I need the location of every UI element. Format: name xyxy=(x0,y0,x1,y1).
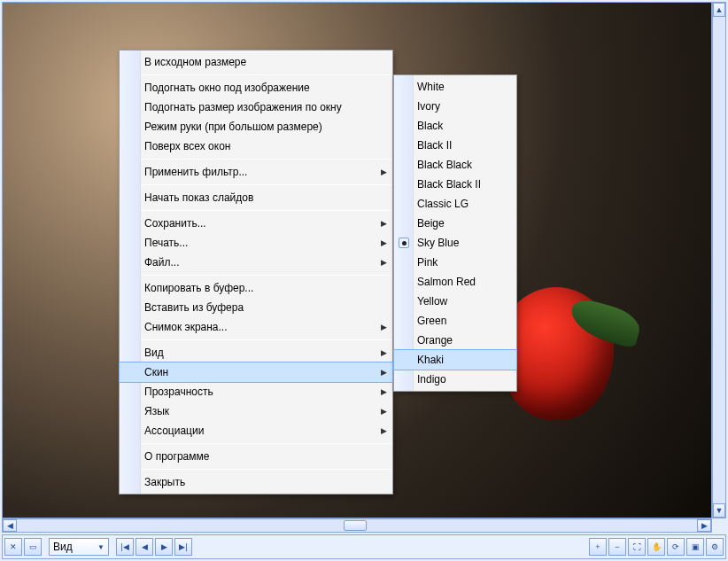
menu-item-label: О программе xyxy=(144,450,209,463)
menu-item[interactable]: Режим руки (при большом размере) xyxy=(120,117,392,136)
skin-option[interactable]: Ivory xyxy=(394,97,516,116)
skin-option-label: Black II xyxy=(417,139,452,152)
rotate-button[interactable]: ⟳ xyxy=(667,538,685,556)
skin-option[interactable]: Beige xyxy=(394,214,516,233)
skin-option-label: Khaki xyxy=(417,354,444,366)
skin-option-label: Indigo xyxy=(417,373,446,386)
mode-dropdown[interactable]: Вид ▼ xyxy=(49,538,109,556)
skin-option[interactable]: Classic LG xyxy=(394,194,516,214)
scroll-down-button[interactable]: ▼ xyxy=(713,503,725,518)
next-button[interactable]: ▶ xyxy=(155,538,173,556)
menu-item[interactable]: Вид▶ xyxy=(120,343,392,362)
menu-item[interactable]: Прозрачность▶ xyxy=(120,382,392,401)
submenu-arrow-icon: ▶ xyxy=(381,168,387,176)
submenu-arrow-icon: ▶ xyxy=(381,323,387,331)
skin-option-label: Pink xyxy=(417,256,438,269)
skin-submenu[interactable]: WhiteIvoryBlackBlack IIBlack BlackBlack … xyxy=(393,74,517,392)
menu-separator xyxy=(120,184,391,185)
skin-option[interactable]: Yellow xyxy=(394,292,516,311)
scroll-up-button[interactable]: ▲ xyxy=(713,3,725,17)
menu-item[interactable]: Скин▶ xyxy=(120,362,392,382)
menu-item[interactable]: В исходном размере xyxy=(120,52,392,72)
menu-separator xyxy=(120,275,391,276)
hscroll-track[interactable] xyxy=(17,519,697,532)
skin-option-label: Black xyxy=(417,120,443,132)
skin-option[interactable]: Orange xyxy=(394,331,516,350)
menu-item-label: Вставить из буфера xyxy=(144,301,244,314)
submenu-arrow-icon: ▶ xyxy=(381,387,387,396)
submenu-arrow-icon: ▶ xyxy=(381,407,387,416)
menu-item[interactable]: О программе xyxy=(120,447,392,466)
menu-item-label: Файл... xyxy=(144,256,180,269)
skin-option-label: Black Black xyxy=(417,159,472,171)
mode-label: Вид xyxy=(53,541,73,553)
skin-option[interactable]: Salmon Red xyxy=(394,272,516,292)
menu-item-label: Прозрачность xyxy=(144,386,213,398)
close-button[interactable]: ✕ xyxy=(4,538,22,556)
skin-option[interactable]: Black xyxy=(394,116,516,136)
menu-item-label: Печать... xyxy=(144,237,188,249)
scroll-right-button[interactable]: ▶ xyxy=(697,519,711,532)
skin-option[interactable]: Indigo xyxy=(394,370,516,389)
menu-item-label: Копировать в буфер... xyxy=(144,282,253,294)
window-button[interactable]: ▭ xyxy=(24,538,42,556)
skin-option[interactable]: White xyxy=(394,77,516,97)
menu-item[interactable]: Начать показ слайдов xyxy=(120,188,392,207)
menu-item-label: Язык xyxy=(144,405,169,417)
skin-option-label: Orange xyxy=(417,334,453,347)
skin-option-label: Green xyxy=(417,315,446,327)
settings-button[interactable]: ⚙ xyxy=(706,538,724,556)
menu-item[interactable]: Печать...▶ xyxy=(120,233,392,253)
menu-item[interactable]: Файл...▶ xyxy=(120,253,392,272)
menu-item[interactable]: Копировать в буфер... xyxy=(120,278,392,298)
menu-item-label: Подогнать размер изображения по окну xyxy=(144,101,342,113)
skin-option-label: Classic LG xyxy=(417,198,469,210)
horizontal-scrollbar[interactable]: ◀ ▶ xyxy=(2,518,712,533)
fullscreen-button[interactable]: ▣ xyxy=(686,538,704,556)
submenu-arrow-icon: ▶ xyxy=(381,238,387,247)
skin-option[interactable]: Black II xyxy=(394,136,516,155)
menu-item[interactable]: Поверх всех окон xyxy=(120,136,392,156)
menu-item[interactable]: Вставить из буфера xyxy=(120,298,392,317)
hscroll-thumb[interactable] xyxy=(344,520,367,531)
vertical-scrollbar[interactable]: ▲ ▼ xyxy=(712,2,726,518)
vscroll-track[interactable] xyxy=(713,17,725,503)
skin-option[interactable]: Khaki xyxy=(394,350,516,370)
skin-option-label: Yellow xyxy=(417,295,447,308)
menu-item[interactable]: Сохранить...▶ xyxy=(120,214,392,233)
menu-item-label: Вид xyxy=(144,347,164,359)
menu-separator xyxy=(120,469,391,470)
first-button[interactable]: |◀ xyxy=(116,538,134,556)
zoom-out-button[interactable]: − xyxy=(608,538,626,556)
skin-option-label: Ivory xyxy=(417,100,440,113)
menu-item-label: Скин xyxy=(144,366,168,378)
menu-item-label: Поверх всех окон xyxy=(144,140,230,152)
skin-option[interactable]: Black Black II xyxy=(394,175,516,194)
submenu-arrow-icon: ▶ xyxy=(381,219,387,228)
submenu-arrow-icon: ▶ xyxy=(381,258,387,267)
context-menu[interactable]: В исходном размереПодогнать окно под изо… xyxy=(119,50,393,495)
menu-item[interactable]: Подогнать размер изображения по окну xyxy=(120,97,392,117)
zoom-in-button[interactable]: + xyxy=(589,538,607,556)
last-button[interactable]: ▶| xyxy=(174,538,192,556)
skin-option[interactable]: Green xyxy=(394,311,516,331)
skin-option[interactable]: Pink xyxy=(394,253,516,272)
menu-item[interactable]: Применить фильтр...▶ xyxy=(120,162,392,182)
radio-selected-icon xyxy=(399,238,409,248)
prev-button[interactable]: ◀ xyxy=(136,538,153,556)
fit-button[interactable]: ⛶ xyxy=(628,538,646,556)
submenu-arrow-icon: ▶ xyxy=(381,368,387,377)
submenu-arrow-icon: ▶ xyxy=(381,348,387,357)
menu-item[interactable]: Язык▶ xyxy=(120,401,392,421)
menu-item-label: Закрыть xyxy=(144,476,185,488)
menu-item[interactable]: Снимок экрана...▶ xyxy=(120,317,392,337)
menu-item[interactable]: Ассоциации▶ xyxy=(120,421,392,440)
hand-button[interactable]: ✋ xyxy=(647,538,665,556)
skin-option[interactable]: Sky Blue xyxy=(394,233,516,253)
menu-item-label: Подогнать окно под изображение xyxy=(144,82,310,94)
menu-item[interactable]: Подогнать окно под изображение xyxy=(120,78,392,97)
menu-item[interactable]: Закрыть xyxy=(120,472,392,492)
menu-item-label: В исходном размере xyxy=(144,56,246,68)
skin-option[interactable]: Black Black xyxy=(394,155,516,175)
scroll-left-button[interactable]: ◀ xyxy=(3,519,17,532)
